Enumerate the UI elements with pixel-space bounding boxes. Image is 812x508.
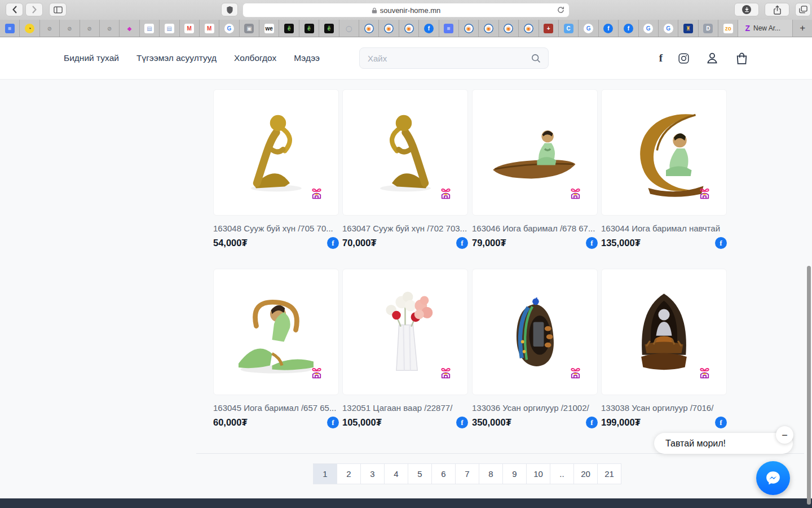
scrollbar-thumb[interactable]: [807, 266, 811, 505]
pinned-tab-google[interactable]: G: [639, 20, 659, 37]
product-image[interactable]: [601, 89, 727, 216]
page-button-20[interactable]: 20: [573, 463, 598, 484]
reload-button[interactable]: [557, 6, 564, 15]
pinned-tab-compass[interactable]: ⊘: [60, 20, 80, 37]
privacy-shield-button[interactable]: [221, 3, 238, 16]
pinned-tab-mn-site[interactable]: ◉: [399, 20, 419, 37]
new-tab-button[interactable]: +: [793, 20, 812, 37]
pinned-tab-google[interactable]: G: [659, 20, 678, 37]
pinned-tab-document[interactable]: ▤: [140, 20, 160, 37]
pinned-tab-google[interactable]: G: [579, 20, 598, 37]
pinned-tab-grey-app[interactable]: ▣: [240, 20, 259, 37]
page-button-8[interactable]: 8: [479, 463, 503, 484]
page-button-1[interactable]: 1: [313, 463, 337, 484]
pinned-tab-zo[interactable]: zo: [718, 20, 738, 37]
facebook-share-button[interactable]: f: [586, 417, 598, 428]
pinned-tab-mn-site[interactable]: ◉: [479, 20, 498, 37]
gift-icon[interactable]: [310, 186, 324, 203]
pinned-tab-red-crest[interactable]: +: [539, 20, 559, 37]
product-card[interactable]: 163047 Сууж буй хүн /702 703... 70,000₮f: [342, 89, 468, 249]
product-image[interactable]: [213, 89, 339, 216]
product-card[interactable]: 133036 Усан оргилуур /21002/ 350,000₮f: [472, 269, 598, 428]
facebook-share-button[interactable]: f: [456, 417, 468, 428]
facebook-share-button[interactable]: f: [456, 237, 468, 249]
pinned-tab-notes-blue[interactable]: ≡: [439, 20, 459, 37]
page-button-6[interactable]: 6: [431, 463, 456, 484]
forward-button[interactable]: [25, 3, 43, 16]
pinned-tab-facebook[interactable]: f: [619, 20, 638, 37]
pinned-tab-mn-site[interactable]: ◉: [459, 20, 479, 37]
facebook-share-button[interactable]: f: [586, 237, 598, 249]
pinned-tab-wetransfer[interactable]: we: [259, 20, 279, 37]
product-image[interactable]: [342, 89, 468, 216]
pinned-tab-emart[interactable]: ē: [299, 20, 319, 37]
page-button-7[interactable]: 7: [455, 463, 479, 484]
page-button-9[interactable]: 9: [502, 463, 527, 484]
nav-item-faq[interactable]: Түгээмэл асуултууд: [136, 53, 217, 63]
pinned-tab-emart[interactable]: ē: [279, 20, 299, 37]
pinned-tab-mn-site[interactable]: ◉: [379, 20, 399, 37]
gift-icon[interactable]: [568, 366, 582, 382]
back-button[interactable]: [6, 3, 23, 16]
gift-icon[interactable]: [439, 186, 453, 203]
pinned-tab-google[interactable]: G: [219, 20, 239, 37]
pinned-tab-paint-drop[interactable]: ◆: [120, 20, 139, 37]
nav-item-contact[interactable]: Холбогдох: [234, 53, 276, 63]
downloads-button[interactable]: [734, 3, 759, 16]
gift-icon[interactable]: [698, 186, 712, 203]
search-input[interactable]: [360, 54, 531, 63]
page-button-2[interactable]: 2: [337, 463, 361, 484]
product-card[interactable]: 163045 Иога баримал /657 65... 60,000₮f: [213, 269, 339, 428]
pinned-tab-compass[interactable]: ⊘: [100, 20, 120, 37]
product-image[interactable]: [472, 89, 598, 216]
messenger-chat-button[interactable]: [756, 461, 790, 495]
gift-icon[interactable]: [310, 366, 324, 382]
product-card[interactable]: 133038 Усан оргилуур /7016/ 199,000₮f: [601, 269, 727, 428]
pinned-tab-navy-emblem[interactable]: ♜: [678, 20, 698, 37]
pinned-tab-yellow-clock[interactable]: ◔: [20, 20, 39, 37]
pinned-tab-compass[interactable]: ⊘: [40, 20, 60, 37]
pinned-tab-facebook[interactable]: f: [419, 20, 439, 37]
account-icon[interactable]: [705, 51, 720, 65]
pinned-tab-grey-ring[interactable]: ◯: [339, 20, 359, 37]
page-button-..[interactable]: ..: [550, 463, 574, 484]
share-button[interactable]: [765, 3, 789, 16]
pinned-tab-emart[interactable]: ē: [319, 20, 339, 37]
search-box[interactable]: [359, 47, 549, 69]
product-title[interactable]: 133036 Усан оргилуур /21002/: [472, 403, 598, 413]
facebook-icon[interactable]: f: [659, 52, 663, 64]
product-title[interactable]: 133038 Усан оргилуур /7016/: [601, 403, 727, 413]
product-title[interactable]: 132051 Цагаан ваар /22877/: [342, 403, 468, 413]
product-card[interactable]: 163044 Иога баримал навчтай 135,000₮f: [601, 89, 727, 249]
cart-icon[interactable]: [735, 51, 749, 65]
facebook-share-button[interactable]: f: [327, 237, 339, 249]
nav-item-about[interactable]: Бидний тухай: [64, 53, 119, 63]
page-button-4[interactable]: 4: [384, 463, 408, 484]
pinned-tab-facebook[interactable]: f: [599, 20, 619, 37]
pinned-tab-gmail[interactable]: M: [200, 20, 219, 37]
facebook-share-button[interactable]: f: [715, 237, 727, 249]
pinned-tab-mn-site[interactable]: ◉: [499, 20, 519, 37]
pinned-tab-stripes-blue[interactable]: ≡: [0, 20, 20, 37]
pinned-tab-gmail[interactable]: M: [180, 20, 200, 37]
product-title[interactable]: 163044 Иога баримал навчтай: [601, 224, 727, 233]
product-image[interactable]: [213, 269, 339, 395]
gift-icon[interactable]: [439, 366, 453, 382]
facebook-share-button[interactable]: f: [327, 417, 339, 428]
product-card[interactable]: 163046 Иога баримал /678 67... 79,000₮f: [472, 89, 598, 249]
pinned-tab-c-blue[interactable]: C: [559, 20, 579, 37]
product-title[interactable]: 163046 Иога баримал /678 67...: [472, 224, 598, 233]
pinned-tab-mn-site[interactable]: ◉: [519, 20, 539, 37]
pinned-tab-compass[interactable]: ⊘: [80, 20, 100, 37]
product-title[interactable]: 163045 Иога баримал /657 65...: [213, 403, 339, 413]
product-card[interactable]: 132051 Цагаан ваар /22877/ 105,000₮f: [342, 269, 468, 428]
address-bar[interactable]: souvenir-home.mn: [242, 3, 570, 17]
pinned-tab-d-app[interactable]: D: [699, 20, 718, 37]
nav-item-news[interactable]: Мэдээ: [294, 53, 320, 63]
search-icon[interactable]: [531, 53, 541, 64]
product-image[interactable]: [342, 269, 468, 395]
pinned-tab-mn-site[interactable]: ◉: [359, 20, 379, 37]
pinned-tab-document[interactable]: ▤: [160, 20, 179, 37]
chat-minimize-button[interactable]: −: [776, 426, 793, 444]
tab-overview-button[interactable]: [795, 3, 811, 16]
